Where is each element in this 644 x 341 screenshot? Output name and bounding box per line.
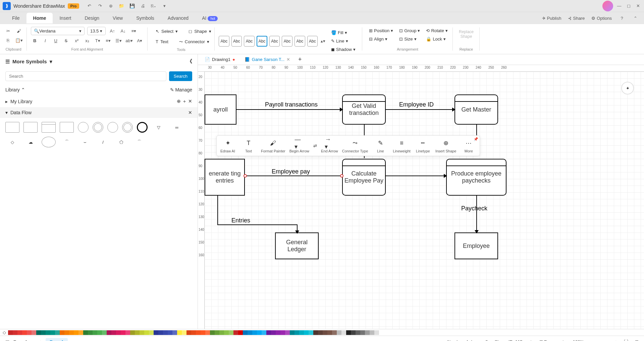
style-8[interactable]: Abc xyxy=(307,36,318,47)
tab-drawing1[interactable]: 📄 Drawing1 ● xyxy=(201,55,239,64)
shape-arc-2[interactable]: ⌣ xyxy=(78,137,92,147)
color-swatch[interactable] xyxy=(360,330,365,335)
style-2[interactable]: Abc xyxy=(231,36,242,47)
handle-end[interactable] xyxy=(340,174,343,178)
publish-button[interactable]: ✈ Publish xyxy=(542,16,561,21)
color-swatch[interactable] xyxy=(309,330,313,335)
color-swatch[interactable] xyxy=(238,330,243,335)
style-1[interactable]: Abc xyxy=(219,36,229,47)
color-swatch[interactable] xyxy=(83,330,88,335)
maximize-icon[interactable]: ◻ xyxy=(625,3,632,9)
rotate-button[interactable]: ⟲ Rotate▾ xyxy=(423,27,450,35)
float-insert-shape[interactable]: ⊕Insert Shape xyxy=(435,138,456,153)
menu-symbols[interactable]: Symbols xyxy=(129,13,161,23)
play-icon[interactable]: ▷ xyxy=(563,339,566,341)
color-swatch[interactable] xyxy=(8,330,13,335)
select-tool[interactable]: ↖ Select ▾ xyxy=(152,27,182,36)
float-linetype[interactable]: ┅Linetype xyxy=(415,138,431,153)
share-button[interactable]: ⊰ Share xyxy=(568,16,585,21)
shape-circle-3[interactable] xyxy=(107,122,118,133)
menu-home[interactable]: Home xyxy=(26,13,53,23)
page-select[interactable]: Page-1 ▾ xyxy=(9,338,35,341)
color-swatch[interactable] xyxy=(97,330,102,335)
library-label[interactable]: Library ⌃ xyxy=(5,87,25,92)
decrease-font-icon[interactable]: A↓ xyxy=(119,27,127,35)
connector-5[interactable] xyxy=(245,176,341,176)
shape-cloud[interactable]: ☁ xyxy=(23,137,38,147)
color-swatch[interactable] xyxy=(262,330,266,335)
color-swatch[interactable] xyxy=(210,330,215,335)
no-fill-icon[interactable]: ◇ xyxy=(3,330,6,335)
color-swatch[interactable] xyxy=(285,330,290,335)
align-button[interactable]: ⊟ Align▾ xyxy=(366,35,396,43)
color-swatch[interactable] xyxy=(32,330,36,335)
color-swatch[interactable] xyxy=(318,330,323,335)
float-begin-arrow[interactable]: — ▾Begin Arrow xyxy=(289,138,309,153)
color-swatch[interactable] xyxy=(323,330,327,335)
page-tab-1[interactable]: Page-1 xyxy=(46,338,68,341)
color-swatch[interactable] xyxy=(121,330,125,335)
italic-icon[interactable]: I xyxy=(41,37,49,45)
fit-icon[interactable]: ⛶ xyxy=(624,339,628,341)
color-swatch[interactable] xyxy=(125,330,130,335)
layers-icon[interactable]: ◈ xyxy=(529,339,533,341)
float-lineweight[interactable]: ≡Lineweight xyxy=(393,138,411,153)
connector-7[interactable] xyxy=(217,196,218,224)
color-swatch[interactable] xyxy=(290,330,294,335)
color-swatch[interactable] xyxy=(88,330,93,335)
shape-tool[interactable]: ◻ Shape ▾ xyxy=(184,27,215,36)
color-swatch[interactable] xyxy=(168,330,172,335)
handle-start[interactable] xyxy=(244,174,247,178)
highlight-icon[interactable]: A▾ xyxy=(136,37,144,45)
style-5[interactable]: Abc xyxy=(269,36,280,47)
collapse-panel-icon[interactable]: 《 xyxy=(187,58,192,65)
fill-button[interactable]: 🪣 Fill▾ xyxy=(328,29,358,37)
color-swatch[interactable] xyxy=(294,330,299,335)
style-7[interactable]: Abc xyxy=(294,36,305,47)
color-swatch[interactable] xyxy=(276,330,280,335)
node-payroll[interactable]: ayroll xyxy=(205,94,236,125)
color-swatch[interactable] xyxy=(252,330,257,335)
font-size-select[interactable]: 13.5 ▾ xyxy=(87,27,106,35)
color-swatch[interactable] xyxy=(257,330,262,335)
menu-view[interactable]: View xyxy=(106,13,129,23)
save-icon[interactable]: 💾 xyxy=(129,3,136,9)
color-swatch[interactable] xyxy=(144,330,149,335)
color-swatch[interactable] xyxy=(201,330,205,335)
color-swatch[interactable] xyxy=(111,330,116,335)
color-swatch[interactable] xyxy=(233,330,238,335)
menu-insert[interactable]: Insert xyxy=(53,13,78,23)
color-swatch[interactable] xyxy=(266,330,271,335)
color-swatch[interactable] xyxy=(135,330,140,335)
text-tool[interactable]: T Text xyxy=(152,37,172,46)
float-edraw-ai[interactable]: ✦Edraw AI xyxy=(219,138,236,153)
color-swatch[interactable] xyxy=(280,330,285,335)
swap-arrows-icon[interactable]: ⇄ xyxy=(313,143,317,148)
shape-triangle[interactable]: ▽ xyxy=(152,122,166,133)
shape-rect-2[interactable] xyxy=(23,122,38,133)
color-swatch[interactable] xyxy=(107,330,111,335)
list-icon[interactable]: ☰▾ xyxy=(115,37,122,45)
subscript-icon[interactable]: x₂ xyxy=(83,37,91,45)
add-page-icon[interactable]: + xyxy=(35,339,46,341)
shape-ellipse[interactable] xyxy=(42,137,56,147)
color-swatch[interactable] xyxy=(248,330,252,335)
search-button[interactable]: Search xyxy=(169,71,192,81)
color-swatch[interactable] xyxy=(130,330,135,335)
connector-1[interactable] xyxy=(236,109,340,110)
color-swatch[interactable] xyxy=(370,330,374,335)
color-swatch[interactable] xyxy=(205,330,210,335)
new-icon[interactable]: ⊕ xyxy=(107,3,114,9)
color-swatch[interactable] xyxy=(313,330,318,335)
lock-button[interactable]: 🔒 Lock▾ xyxy=(423,35,450,43)
connector-7b[interactable] xyxy=(217,224,297,225)
node-generate[interactable]: enerate ting entries xyxy=(205,159,245,196)
export-icon[interactable]: ⎘▾ xyxy=(150,3,157,9)
color-swatch[interactable] xyxy=(196,330,201,335)
menu-advanced[interactable]: Advanced xyxy=(161,13,195,23)
user-avatar[interactable] xyxy=(602,1,613,11)
shape-rect-1[interactable] xyxy=(5,122,19,133)
color-swatch[interactable] xyxy=(27,330,32,335)
connector-2[interactable] xyxy=(386,109,453,110)
zoom-out-icon[interactable]: − xyxy=(591,339,593,341)
